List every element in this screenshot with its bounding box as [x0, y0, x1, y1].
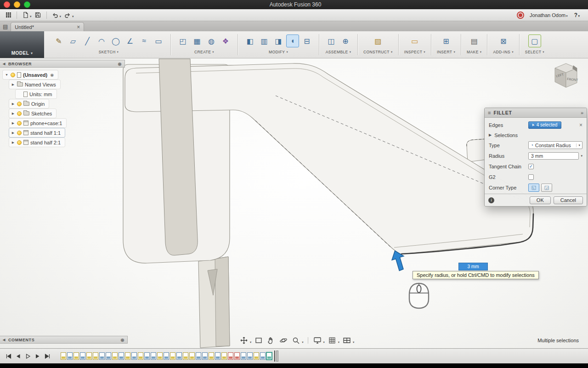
timeline-grip[interactable]: [276, 351, 278, 362]
timeline-feature-icon[interactable]: [209, 352, 214, 360]
tree-collapsed-icon[interactable]: ▶: [11, 131, 15, 135]
timeline-feature-icon[interactable]: [138, 352, 143, 360]
revolve-icon[interactable]: ◍: [205, 34, 218, 47]
tree-collapsed-icon[interactable]: ▶: [489, 133, 492, 137]
chevron-down-icon[interactable]: ▾: [581, 154, 582, 158]
timeline-feature-icon[interactable]: [196, 352, 201, 360]
visibility-bulb-icon[interactable]: [17, 140, 22, 145]
visibility-bulb-icon[interactable]: [17, 131, 22, 135]
timeline-feature-icon[interactable]: [176, 352, 182, 360]
close-tab-icon[interactable]: ×: [77, 24, 80, 30]
timeline-feature-icon[interactable]: [157, 352, 163, 360]
timeline-feature-icon[interactable]: [266, 352, 272, 360]
screencast-record-icon[interactable]: [517, 12, 524, 19]
spline-tool-icon[interactable]: ≈: [138, 34, 151, 47]
file-menu-icon[interactable]: [20, 10, 31, 20]
ribbon-group-label[interactable]: CREATE▾: [194, 50, 214, 54]
timeline-feature-icon[interactable]: [144, 352, 150, 360]
save-icon[interactable]: [33, 10, 44, 20]
timeline-feature-icon[interactable]: [61, 352, 66, 360]
browser-row[interactable]: ▶stand half 1:1: [9, 128, 65, 137]
timeline-marker[interactable]: [274, 351, 275, 362]
ribbon-group-label[interactable]: ASSEMBLE▾: [326, 50, 351, 54]
skip-to-end-icon[interactable]: [43, 351, 51, 361]
timeline-feature-icon[interactable]: [131, 352, 137, 360]
timeline-feature-icon[interactable]: [106, 352, 111, 360]
redo-icon[interactable]: [62, 10, 73, 20]
selections-row[interactable]: ▶ Selections: [485, 130, 587, 140]
comments-header[interactable]: ◀ COMMENTS ◉: [0, 336, 128, 344]
minimize-window-button[interactable]: [14, 1, 20, 8]
app-grid-icon[interactable]: [3, 10, 14, 20]
ribbon-group-label[interactable]: MAKE▾: [467, 50, 481, 54]
undo-icon[interactable]: [50, 10, 61, 20]
collapse-panel-icon[interactable]: ◀: [3, 338, 6, 342]
panel-options-icon[interactable]: ◉: [121, 338, 124, 342]
tab-untitled[interactable]: Untitled* ×: [11, 22, 84, 31]
browser-row[interactable]: ▶Sketches: [9, 109, 56, 118]
line-tool-icon[interactable]: ╱: [81, 34, 94, 47]
browser-header[interactable]: ◀ BROWSER ◉: [0, 60, 125, 68]
ok-button[interactable]: OK: [530, 196, 551, 204]
tree-collapsed-icon[interactable]: ▶: [11, 121, 15, 125]
ribbon-group-label[interactable]: CONSTRUCT▾: [363, 50, 393, 54]
press-pull-icon[interactable]: ◧: [243, 34, 256, 47]
form-icon[interactable]: ❖: [219, 34, 232, 47]
radius-input[interactable]: 3 mm: [528, 152, 579, 160]
step-back-icon[interactable]: [14, 351, 23, 361]
visibility-bulb-icon[interactable]: [11, 73, 15, 77]
timeline-feature-icon[interactable]: [247, 352, 253, 360]
zoom-window-button[interactable]: [24, 1, 30, 8]
timeline-feature-icon[interactable]: [151, 352, 156, 360]
timeline-feature-icon[interactable]: [164, 352, 169, 360]
timeline-feature-icon[interactable]: [189, 352, 195, 360]
help-menu[interactable]: ? ▾: [574, 12, 581, 18]
combine-icon[interactable]: ⊟: [300, 34, 313, 47]
visibility-bulb-icon[interactable]: [17, 111, 22, 116]
ribbon-group-label[interactable]: ADD-INS▾: [493, 50, 513, 54]
info-icon[interactable]: i: [488, 197, 494, 203]
corner-rolling-ball-icon[interactable]: ◱: [528, 184, 539, 192]
display-settings-icon[interactable]: [312, 336, 322, 345]
play-icon[interactable]: [24, 351, 32, 361]
step-forward-icon[interactable]: [34, 351, 42, 361]
ribbon-group-label[interactable]: SELECT▾: [525, 50, 544, 54]
timeline-feature-icon[interactable]: [93, 352, 98, 360]
tangent-chain-checkbox[interactable]: ✓: [528, 164, 534, 169]
timeline-feature-icon[interactable]: [215, 352, 220, 360]
clear-selection-icon[interactable]: ×: [579, 122, 582, 128]
browser-row[interactable]: ▼(Unsaved)◉: [3, 70, 58, 79]
fit-view-icon[interactable]: [254, 336, 264, 345]
zoom-icon[interactable]: [291, 336, 301, 345]
tree-expanded-icon[interactable]: ▼: [5, 73, 9, 76]
shell-icon[interactable]: ▥: [258, 34, 271, 47]
timeline-feature-icon[interactable]: [86, 352, 92, 360]
timeline-feature-icon[interactable]: [74, 352, 79, 360]
sketch-dimension-icon[interactable]: ∠: [124, 34, 136, 47]
arc-tool-icon[interactable]: ◠: [95, 34, 108, 47]
timeline-feature-icon[interactable]: [202, 352, 208, 360]
ribbon-group-label[interactable]: INSERT▾: [437, 50, 455, 54]
slot-tool-icon[interactable]: ▭: [152, 34, 165, 47]
timeline-feature-icon[interactable]: [234, 352, 240, 360]
view-cube[interactable]: LEFT FRONT: [548, 59, 583, 96]
timeline-feature-icon[interactable]: [99, 352, 105, 360]
new-component-icon[interactable]: ◫: [325, 34, 338, 47]
browser-row[interactable]: ▶phone+case:1: [9, 119, 66, 127]
fillet-dialog-header[interactable]: ≡ FILLET »: [485, 108, 587, 118]
expand-dialog-icon[interactable]: »: [581, 110, 583, 115]
edges-selected-badge[interactable]: ➤ 4 selected: [528, 121, 561, 129]
timeline-feature-icon[interactable]: [254, 352, 259, 360]
collapse-panel-icon[interactable]: ◀: [3, 62, 6, 66]
fillet-icon[interactable]: ◖: [286, 34, 299, 47]
close-window-button[interactable]: [4, 1, 10, 8]
visibility-bulb-icon[interactable]: [17, 102, 22, 106]
timeline-feature-icon[interactable]: [260, 352, 266, 360]
g2-checkbox[interactable]: [528, 174, 534, 180]
corner-setback-icon[interactable]: ◲: [541, 184, 552, 192]
ribbon-group-label[interactable]: MODIFY▾: [269, 50, 288, 54]
ribbon-group-label[interactable]: SKETCH▾: [99, 50, 119, 54]
visibility-bulb-icon[interactable]: [17, 121, 22, 126]
radius-manipulator-input[interactable]: 3 mm: [458, 263, 488, 270]
orbit-icon[interactable]: [278, 336, 288, 345]
